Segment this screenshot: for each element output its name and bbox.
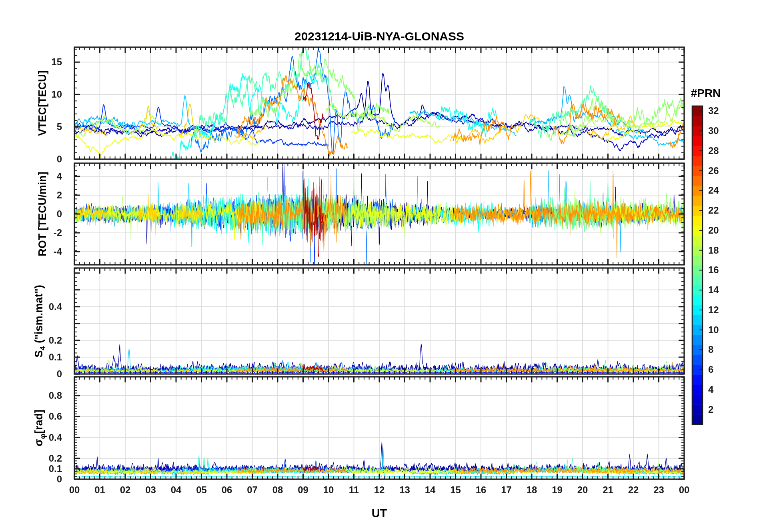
colorbar-tick-label: 18 xyxy=(708,246,736,255)
x-tick-label: 23 xyxy=(646,485,672,495)
x-tick-label: 07 xyxy=(240,485,265,495)
y-axis-label-sigma_phi: σφ[rad] xyxy=(34,410,46,446)
x-tick-label: 08 xyxy=(265,485,290,495)
x-tick-label: 19 xyxy=(545,485,570,495)
y-tick-label-sigma_phi: 0 xyxy=(30,474,62,484)
colorbar-tick-label: 20 xyxy=(708,226,736,235)
colorbar-tick-label: 26 xyxy=(708,166,736,176)
y-tick-label-vtec: 15 xyxy=(30,57,62,67)
y-tick-label-s4: 0 xyxy=(30,369,62,379)
x-tick-label: 15 xyxy=(443,485,469,495)
x-tick-label: 00 xyxy=(671,485,697,495)
x-tick-label: 18 xyxy=(519,485,545,495)
x-tick-label: 21 xyxy=(595,485,621,495)
y-tick-label-sigma_phi: 0.1 xyxy=(30,464,62,474)
colorbar-tick-label: 14 xyxy=(708,285,736,295)
colorbar-tick-label: 28 xyxy=(708,146,736,156)
x-tick-label: 13 xyxy=(392,485,418,495)
y-tick-label-vtec: 0 xyxy=(30,154,62,164)
x-tick-label: 04 xyxy=(163,485,189,495)
plot-canvas xyxy=(0,0,761,532)
x-tick-label: 03 xyxy=(138,485,164,495)
colorbar-tick-label: 4 xyxy=(708,385,736,394)
colorbar-tick-label: 10 xyxy=(708,325,736,335)
colorbar-title: #PRN xyxy=(674,88,738,99)
x-tick-label: 05 xyxy=(189,485,214,495)
x-tick-label: 14 xyxy=(417,485,443,495)
x-tick-label: 16 xyxy=(468,485,494,495)
colorbar-tick-label: 8 xyxy=(708,345,736,354)
figure: 20231214-UiB-NYA-GLONASS UT #PRN 051015V… xyxy=(0,0,761,532)
y-axis-label-s4: S4 ("ism.mat") xyxy=(34,285,46,358)
y-tick-label-sigma_phi: 0.8 xyxy=(30,391,62,400)
chart-title: 20231214-UiB-NYA-GLONASS xyxy=(219,30,539,42)
colorbar-tick-label: 22 xyxy=(708,206,736,215)
x-tick-label: 06 xyxy=(214,485,240,495)
x-tick-label: 17 xyxy=(494,485,519,495)
y-axis-label-vtec: VTEC[TECU] xyxy=(37,70,48,136)
x-tick-label: 22 xyxy=(621,485,646,495)
colorbar-tick-label: 2 xyxy=(708,405,736,414)
colorbar-tick-label: 12 xyxy=(708,305,736,315)
x-tick-label: 01 xyxy=(87,485,113,495)
x-axis-label: UT xyxy=(339,508,419,519)
colorbar-tick-label: 30 xyxy=(708,126,736,136)
x-tick-label: 11 xyxy=(341,485,367,495)
colorbar-tick-label: 16 xyxy=(708,265,736,275)
x-tick-label: 20 xyxy=(570,485,595,495)
x-tick-label: 09 xyxy=(290,485,316,495)
colorbar-tick-label: 24 xyxy=(708,186,736,195)
x-tick-label: 10 xyxy=(316,485,341,495)
colorbar-tick-label: 6 xyxy=(708,365,736,374)
x-tick-label: 02 xyxy=(112,485,138,495)
colorbar-tick-label: 32 xyxy=(708,106,736,116)
y-axis-label-rot: ROT [TECU/min] xyxy=(37,172,48,256)
y-tick-label-sigma_phi: 0.2 xyxy=(30,454,62,463)
x-tick-label: 12 xyxy=(366,485,392,495)
x-tick-label: 00 xyxy=(62,485,87,495)
